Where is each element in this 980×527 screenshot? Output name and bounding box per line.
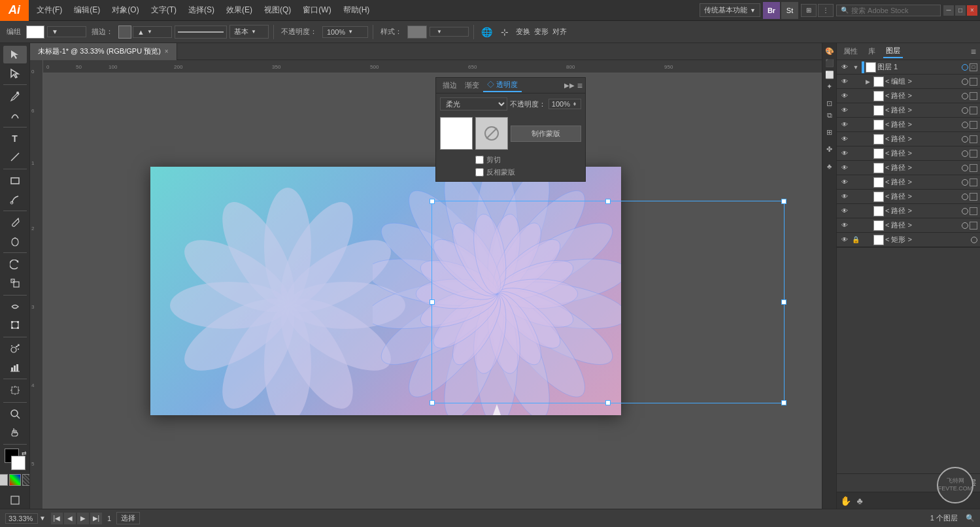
menu-window[interactable]: 窗口(W) [297, 2, 336, 18]
menu-effect[interactable]: 效果(E) [221, 2, 258, 18]
group-visibility-icon[interactable]: 👁 [839, 76, 850, 87]
ai-logo[interactable]: Ai [0, 0, 29, 21]
rect-lock-icon[interactable]: 🔒 [851, 236, 860, 243]
layer-item-group[interactable]: 👁 ▶ < 编组 > [837, 75, 980, 89]
minimize-button[interactable]: ─ [943, 5, 954, 16]
star-icon[interactable]: ✤ [824, 144, 835, 154]
line-tool[interactable] [3, 148, 27, 166]
invert-mask-checkbox-row[interactable]: 反相蒙版 [475, 167, 581, 177]
screen-mode-icon[interactable] [3, 491, 27, 509]
tab-library[interactable]: 库 [866, 45, 878, 58]
fill-dropdown[interactable]: ▼ [47, 26, 86, 37]
path9-visibility-icon[interactable]: 👁 [839, 206, 850, 216]
column-graph-tool[interactable] [3, 358, 27, 376]
globe-icon[interactable]: 🌐 [479, 24, 494, 40]
brushes-icon[interactable]: ⬜ [824, 69, 835, 80]
sel-handle-tr[interactable] [781, 199, 786, 204]
layer-item-path6[interactable]: 👁 < 路径 > [837, 161, 980, 175]
blob-brush-tool[interactable] [3, 233, 27, 250]
menu-view[interactable]: 视图(Q) [259, 2, 296, 18]
stock-button[interactable]: St [781, 2, 798, 19]
canvas-tab-close[interactable]: × [165, 48, 169, 55]
align-icon[interactable]: 对齐 [552, 24, 567, 40]
next-last-btn[interactable]: ▶| [90, 513, 102, 524]
play-btn[interactable]: ▶ [77, 513, 89, 524]
path4-visibility-icon[interactable]: 👁 [839, 134, 850, 144]
layer-item-path5[interactable]: 👁 < 路径 > [837, 146, 980, 161]
pencil-tool[interactable] [3, 190, 27, 208]
gradient-tab[interactable]: 渐变 [461, 79, 483, 92]
transform-icon[interactable]: 变换 [515, 24, 531, 40]
invert-mask-checkbox[interactable] [475, 168, 484, 177]
search-bar[interactable]: 🔍 [836, 5, 941, 16]
close-button[interactable]: × [967, 5, 977, 16]
hand-tool[interactable] [3, 424, 27, 441]
free-transform-tool[interactable] [3, 316, 27, 334]
tab-properties[interactable]: 属性 [841, 45, 860, 58]
swatches-icon[interactable]: ⬛ [824, 58, 835, 68]
path7-visibility-icon[interactable]: 👁 [839, 177, 850, 188]
none-icon[interactable] [22, 474, 31, 486]
prev-btn[interactable]: ◀ [64, 513, 76, 524]
menu-object[interactable]: 对象(O) [107, 2, 144, 18]
clip-checkbox[interactable] [475, 156, 484, 164]
layer-item-path1[interactable]: 👁 < 路径 > [837, 89, 980, 103]
symbols-icon[interactable]: ✦ [824, 81, 835, 92]
search-input[interactable] [851, 7, 936, 14]
canvas-area[interactable]: 未标题-1* @ 33.33% (RGB/GPU 预览) × 0 50 100 … [30, 43, 822, 509]
direct-select-tool[interactable] [3, 65, 27, 82]
opacity-input-area[interactable]: 100% [549, 99, 581, 109]
blend-mode-select[interactable]: 柔光 正常 叠加 滤色 正片叠底 [440, 97, 507, 110]
zoom-dropdown-icon[interactable]: ▼ [39, 515, 46, 522]
tp-white-swatch[interactable] [440, 117, 473, 150]
layer-item-rect[interactable]: 👁 🔒 < 矩形 > [837, 233, 980, 247]
layer-item-path9[interactable]: 👁 < 路径 > [837, 204, 980, 218]
menu-text[interactable]: 文字(T) [146, 2, 182, 18]
layer-item-path8[interactable]: 👁 < 路径 > [837, 190, 980, 204]
make-sublayer-icon[interactable]: ✋ [839, 495, 851, 507]
stroke-weight-dropdown[interactable]: ▲▼ [133, 26, 172, 38]
gradient-icon[interactable] [9, 474, 21, 486]
zoom-input[interactable] [5, 513, 38, 524]
rotate-tool[interactable] [3, 256, 27, 273]
panel-menu-icon[interactable]: ≡ [577, 80, 583, 91]
path10-visibility-icon[interactable]: 👁 [839, 220, 850, 231]
path3-visibility-icon[interactable]: 👁 [839, 120, 850, 130]
group-expand-icon[interactable]: ▶ [863, 77, 872, 86]
menu-select[interactable]: 选择(S) [183, 2, 220, 18]
layer-item-path7[interactable]: 👁 < 路径 > [837, 175, 980, 190]
arrange-icon[interactable]: ⋮ [818, 4, 834, 17]
canvas-viewport[interactable]: 描边 渐变 ◇ 透明度 ▶▶ ≡ 柔光 正常 叠加 滤色 正片叠底 [43, 73, 822, 509]
opacity-dropdown[interactable]: 100%▼ [322, 26, 368, 38]
sel-handle-mr[interactable] [781, 299, 786, 305]
stroke-swatch[interactable] [118, 26, 131, 39]
type-tool[interactable]: T [3, 129, 27, 147]
menu-edit[interactable]: 编辑(E) [69, 2, 105, 18]
prev-first-btn[interactable]: |◀ [51, 513, 63, 524]
maximize-button[interactable]: □ [955, 5, 966, 16]
bridge-button[interactable]: Br [763, 2, 780, 19]
path6-visibility-icon[interactable]: 👁 [839, 163, 850, 173]
layer-item-path10[interactable]: 👁 < 路径 > [837, 218, 980, 233]
canvas-tab[interactable]: 未标题-1* @ 33.33% (RGB/GPU 预览) × [30, 43, 177, 60]
swap-colors-icon[interactable]: ⇄ [22, 450, 27, 456]
clover-icon[interactable]: ♣ [854, 495, 866, 507]
color-mode-icon[interactable]: ◻ [0, 474, 8, 486]
clubs-icon[interactable]: ♣ [824, 161, 835, 171]
layer-item-path3[interactable]: 👁 < 路径 > [837, 118, 980, 132]
style-dropdown[interactable]: ▼ [430, 27, 469, 37]
fill-swatch[interactable] [26, 26, 44, 39]
style-preview[interactable] [407, 26, 427, 39]
color-panel-icon[interactable]: 🎨 [824, 46, 835, 56]
artboard-tool[interactable] [3, 382, 27, 400]
sel-handle-br[interactable] [781, 400, 786, 405]
tp-gray-swatch[interactable] [475, 117, 508, 150]
workspace-selector[interactable]: 传统基本功能 ▼ [700, 3, 760, 17]
panel-expand-icon[interactable]: ▶▶ [564, 82, 575, 89]
path2-visibility-icon[interactable]: 👁 [839, 105, 850, 116]
layer1-expand-icon[interactable]: ▼ [851, 63, 860, 72]
rectangle-tool[interactable] [3, 172, 27, 190]
rect-visibility-icon[interactable]: 👁 [839, 235, 850, 245]
select-tool[interactable] [3, 46, 27, 63]
menu-file[interactable]: 文件(F) [31, 2, 67, 18]
